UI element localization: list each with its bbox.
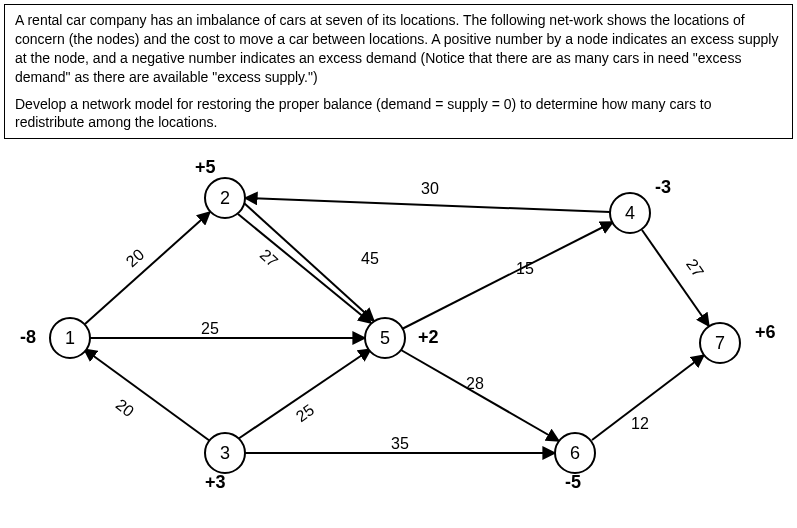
cost-5-2: 45	[361, 250, 379, 267]
supply-3: +3	[205, 472, 226, 492]
node-7: 7	[700, 323, 740, 363]
cost-4-7: 27	[683, 256, 707, 280]
cost-5-4: 15	[516, 260, 534, 277]
cost-5-6: 28	[466, 375, 484, 392]
node-1: 1	[50, 318, 90, 358]
cost-6-7: 12	[631, 415, 649, 432]
cost-2-4: 30	[421, 180, 439, 197]
supply-6: -5	[565, 472, 581, 492]
svg-text:3: 3	[220, 443, 230, 463]
cost-1-3: 20	[113, 396, 138, 420]
supply-2: +5	[195, 157, 216, 177]
supply-4: -3	[655, 177, 671, 197]
cost-2-5: 27	[257, 246, 282, 271]
problem-paragraph-1: A rental car company has an imbalance of…	[15, 11, 782, 87]
edge-3-5	[238, 349, 371, 439]
edge-1-2	[85, 212, 210, 324]
problem-text: A rental car company has an imbalance of…	[4, 4, 793, 139]
svg-text:7: 7	[715, 333, 725, 353]
cost-3-5: 25	[293, 401, 317, 425]
problem-paragraph-2: Develop a network model for restoring th…	[15, 95, 782, 133]
edge-5-6	[401, 350, 559, 441]
supply-1: -8	[20, 327, 36, 347]
svg-text:4: 4	[625, 203, 635, 223]
node-6: 6	[555, 433, 595, 473]
cost-3-6: 35	[391, 435, 409, 452]
supply-7: +6	[755, 322, 776, 342]
edge-2-5	[238, 214, 371, 323]
node-5: 5	[365, 318, 405, 358]
svg-text:2: 2	[220, 188, 230, 208]
node-4: 4	[610, 193, 650, 233]
node-3: 3	[205, 433, 245, 473]
node-2: 2	[205, 178, 245, 218]
edge-1-3	[84, 349, 210, 441]
svg-text:1: 1	[65, 328, 75, 348]
edge-4-7	[642, 230, 709, 326]
supply-5: +2	[418, 327, 439, 347]
network-diagram: 20 20 25 27 30 25 35 15 28 45 27 12 1 2 …	[0, 143, 797, 503]
edge-5-4	[402, 222, 613, 329]
cost-1-2: 20	[123, 246, 148, 271]
svg-text:6: 6	[570, 443, 580, 463]
cost-1-5: 25	[201, 320, 219, 337]
edge-2-4	[245, 198, 610, 212]
svg-text:5: 5	[380, 328, 390, 348]
